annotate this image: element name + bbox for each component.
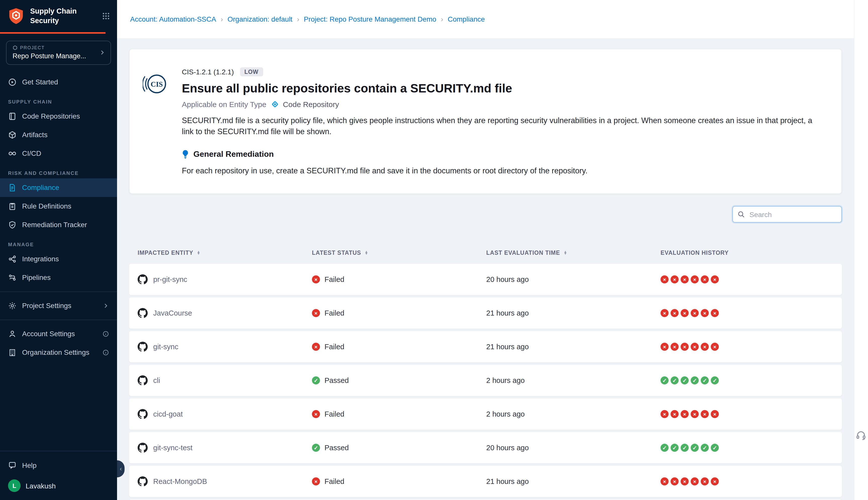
sidebar-item-remediation-tracker[interactable]: Remediation Tracker	[0, 215, 117, 234]
support-headset-icon[interactable]	[855, 430, 867, 441]
svg-text:CIS: CIS	[151, 80, 163, 88]
fail-icon: ×	[711, 276, 719, 284]
entity-link[interactable]: React-MongoDB	[153, 478, 207, 486]
entity-link[interactable]: pr-git-sync	[153, 276, 187, 284]
sidebar-item-artifacts[interactable]: Artifacts	[0, 125, 117, 144]
fail-icon: ×	[691, 309, 699, 317]
breadcrumb-separator: ›	[220, 15, 223, 23]
project-selector[interactable]: PROJECT Repo Posture Manage...	[6, 41, 111, 65]
info-icon	[103, 330, 109, 337]
sidebar-item-get-started[interactable]: Get Started	[0, 72, 117, 91]
applicable-label: Applicable on Entity Type	[182, 100, 266, 109]
search	[732, 206, 842, 223]
table-row[interactable]: cli Passed 2 hours ago ✓✓✓✓✓✓	[129, 365, 842, 396]
fail-icon: ×	[681, 478, 689, 486]
sidebar-item-rule-definitions[interactable]: Rule Definitions	[0, 197, 117, 215]
status-icon	[312, 276, 320, 284]
column-impacted-entity[interactable]: IMPACTED ENTITY ▲▼	[138, 250, 312, 256]
evaluation-time: 21 hours ago	[486, 343, 661, 351]
help-chat-icon	[8, 461, 16, 469]
cube-icon	[8, 130, 16, 139]
sidebar-item-code-repositories[interactable]: Code Repositories	[0, 107, 117, 125]
github-icon	[138, 342, 148, 352]
evaluation-time: 21 hours ago	[486, 309, 661, 317]
sidebar-item-cicd[interactable]: CI/CD	[0, 144, 117, 162]
sidebar-item-organization-settings[interactable]: Organization Settings	[0, 343, 117, 362]
sidebar: Supply ChainSecurity PROJECT Repo Postur…	[0, 0, 117, 500]
divider	[0, 291, 117, 292]
breadcrumb-account[interactable]: Account: Automation-SSCA	[130, 15, 216, 23]
status-icon	[312, 444, 320, 452]
search-icon	[737, 211, 745, 218]
status-label: Failed	[324, 478, 344, 486]
avatar: L	[8, 479, 21, 492]
project-name: Repo Posture Manage...	[13, 52, 99, 59]
fail-icon: ×	[681, 309, 689, 317]
entity-link[interactable]: git-sync	[153, 343, 178, 351]
pass-icon: ✓	[711, 444, 719, 452]
column-latest-status[interactable]: LATEST STATUS ▲▼	[312, 250, 486, 256]
fail-icon: ×	[661, 343, 669, 351]
evaluation-history: ✓✓✓✓✓✓	[661, 444, 842, 452]
breadcrumb-organization[interactable]: Organization: default	[228, 15, 292, 23]
breadcrumb-separator: ›	[297, 15, 299, 23]
entity-link[interactable]: cicd-goat	[153, 410, 183, 418]
entity-type-label: Code Repository	[283, 100, 339, 109]
sidebar-item-integrations[interactable]: Integrations	[0, 250, 117, 268]
rule-detail-card: CIS CIS-1.2.1 (1.2.1) LOW Ensure all pub…	[129, 49, 842, 194]
gear-icon	[8, 301, 16, 310]
scrollbar-track[interactable]	[854, 0, 868, 500]
sidebar-item-help[interactable]: Help	[0, 456, 117, 474]
divider	[0, 319, 117, 320]
sidebar-item-account-settings[interactable]: Account Settings	[0, 325, 117, 343]
sidebar-item-project-settings[interactable]: Project Settings	[0, 296, 117, 315]
evaluation-history: ××××××	[661, 410, 842, 418]
fail-icon: ×	[691, 410, 699, 418]
fail-icon: ×	[691, 343, 699, 351]
sort-icon: ▲▼	[564, 251, 567, 255]
breadcrumb-compliance[interactable]: Compliance	[448, 15, 485, 23]
table-row[interactable]: React-MongoDB Failed 21 hours ago ××××××	[129, 466, 842, 497]
search-input[interactable]	[732, 206, 842, 223]
fail-icon: ×	[671, 276, 679, 284]
entity-link[interactable]: cli	[153, 377, 160, 385]
fail-icon: ×	[701, 410, 709, 418]
pass-icon: ✓	[691, 444, 699, 452]
rule-title: Ensure all public repositories contain a…	[182, 81, 821, 95]
status-label: Failed	[324, 343, 344, 351]
evaluation-history: ✓✓✓✓✓✓	[661, 377, 842, 385]
table-row[interactable]: git-sync-test Passed 20 hours ago ✓✓✓✓✓✓	[129, 432, 842, 464]
table-row[interactable]: cicd-goat Failed 2 hours ago ××××××	[129, 399, 842, 430]
pass-icon: ✓	[701, 377, 709, 385]
fail-icon: ×	[661, 276, 669, 284]
fail-icon: ×	[711, 478, 719, 486]
table-row[interactable]: JavaCourse Failed 21 hours ago ××××××	[129, 298, 842, 329]
evaluation-history: ××××××	[661, 478, 842, 486]
fail-icon: ×	[701, 478, 709, 486]
rule-description: SECURITY.md file is a security policy fi…	[182, 115, 821, 138]
table-row[interactable]: git-sync Failed 21 hours ago ××××××	[129, 331, 842, 363]
cis-logo: CIS	[143, 71, 168, 96]
sidebar-item-pipelines[interactable]: Pipelines	[0, 268, 117, 287]
pipelines-icon	[8, 273, 16, 282]
project-label: PROJECT	[13, 45, 99, 50]
account-icon	[8, 329, 16, 338]
info-icon	[103, 349, 109, 355]
table-row[interactable]: pr-git-sync Failed 20 hours ago ××××××	[129, 264, 842, 295]
sidebar-item-compliance[interactable]: Compliance	[0, 178, 117, 197]
breadcrumb-project[interactable]: Project: Repo Posture Management Demo	[304, 15, 437, 23]
lightbulb-icon	[182, 150, 189, 159]
evaluation-time: 2 hours ago	[486, 410, 661, 418]
breadcrumb-separator: ›	[441, 15, 443, 23]
pass-icon: ✓	[711, 377, 719, 385]
entity-link[interactable]: JavaCourse	[153, 309, 192, 317]
app-grid-icon[interactable]	[102, 12, 110, 20]
brand-shield-logo	[7, 7, 25, 25]
user-menu[interactable]: L Lavakush	[0, 474, 117, 500]
fail-icon: ×	[681, 276, 689, 284]
entity-type-chip: Code Repository	[271, 100, 339, 109]
infinity-icon	[8, 149, 16, 158]
entity-link[interactable]: git-sync-test	[153, 444, 193, 452]
app-root: Supply ChainSecurity PROJECT Repo Postur…	[0, 0, 868, 500]
column-last-evaluation-time[interactable]: LAST EVALUATION TIME ▲▼	[486, 250, 661, 256]
